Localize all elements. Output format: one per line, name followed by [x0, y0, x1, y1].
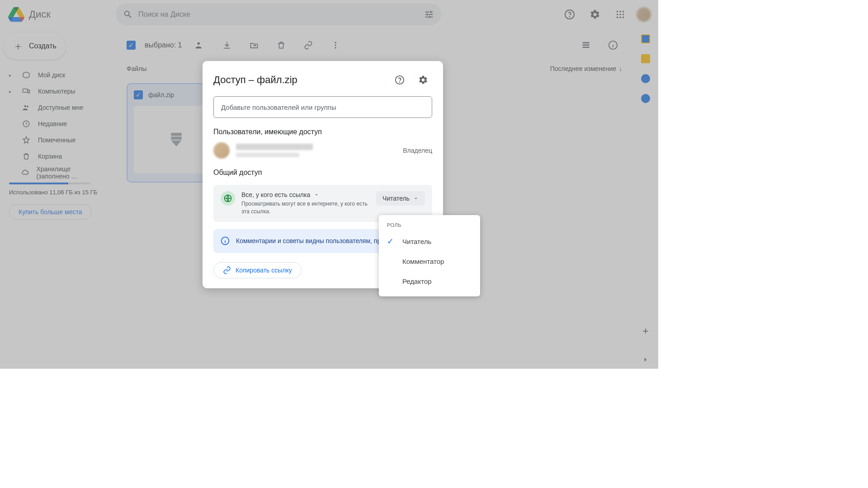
role-dropdown[interactable]: Читатель: [376, 191, 425, 206]
globe-icon: [221, 191, 235, 206]
user-email: [236, 153, 299, 157]
role-option-editor[interactable]: Редактор: [379, 271, 480, 291]
general-access-header: Общий доступ: [213, 169, 432, 177]
copy-link-button[interactable]: Копировать ссылку: [213, 262, 302, 278]
modal-title: Доступ – файл.zip: [213, 74, 385, 86]
link-icon: [223, 266, 231, 274]
role-menu: РОЛЬ ✓Читатель Комментатор Редактор: [379, 215, 480, 296]
role-option-commenter[interactable]: Комментатор: [379, 251, 480, 271]
user-name: [236, 144, 313, 150]
user-avatar: [213, 142, 230, 159]
owner-label: Владелец: [403, 147, 432, 154]
info-icon: [221, 236, 230, 246]
role-menu-header: РОЛЬ: [379, 221, 480, 231]
chevron-down-icon: [413, 196, 419, 201]
check-icon: ✓: [387, 236, 396, 246]
user-row: Владелец: [213, 142, 432, 159]
help-icon[interactable]: [391, 71, 409, 89]
link-access-description: Просматривать могут все в интернете, у к…: [241, 200, 370, 216]
svg-point-27: [400, 82, 400, 82]
settings-icon[interactable]: [414, 71, 432, 89]
users-header: Пользователи, имеющие доступ: [213, 128, 432, 136]
role-option-reader[interactable]: ✓Читатель: [379, 231, 480, 251]
add-people-input[interactable]: Добавьте пользователей или группы: [213, 96, 432, 118]
chevron-down-icon: [314, 192, 319, 197]
link-access-dropdown[interactable]: Все, у кого есть ссылка: [241, 191, 370, 198]
